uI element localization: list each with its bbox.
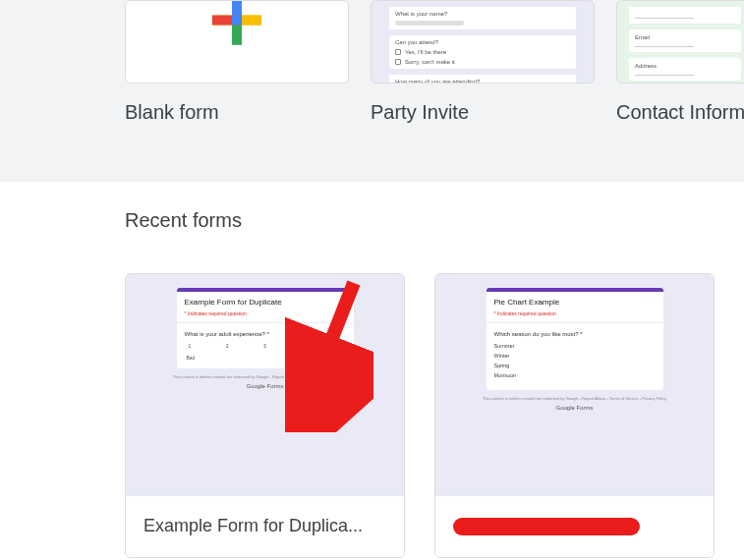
- recent-section: Recent forms Example Form for Duplicate …: [0, 182, 744, 558]
- template-card-party[interactable]: What is your name? Can you attend? Yes, …: [371, 0, 595, 124]
- svg-rect-3: [232, 0, 242, 15]
- recent-form-card[interactable]: Pie Chart Example * Indicates required q…: [434, 273, 715, 558]
- templates-section: Blank form What is your name? Can you at…: [0, 0, 744, 182]
- template-card-contact[interactable]: Email Address Contact Information: [616, 0, 744, 124]
- recent-row: Example Form for Duplicate * Indicates r…: [125, 273, 744, 558]
- preview-option: Summer: [494, 343, 656, 349]
- preview-text: How many of you are attending?: [395, 79, 570, 84]
- preview-question: Which season do you like most? *: [494, 331, 656, 337]
- preview-required: * Indicates required question: [494, 310, 656, 316]
- template-label: Party Invite: [371, 101, 595, 124]
- recent-form-card[interactable]: Example Form for Duplicate * Indicates r…: [125, 273, 405, 558]
- scale-num: 2: [226, 343, 229, 349]
- preview-footer: This content is neither created nor endo…: [483, 396, 666, 401]
- recent-thumb: Pie Chart Example * Indicates required q…: [435, 274, 714, 496]
- recent-form-title: Example Form for Duplica...: [126, 496, 404, 556]
- preview-brand: Google Forms: [555, 405, 593, 411]
- preview-text: Yes, I'll be there: [405, 49, 446, 55]
- preview-option: Winter: [494, 353, 656, 359]
- recent-forms-heading: Recent forms: [125, 209, 744, 232]
- svg-rect-6: [232, 25, 242, 44]
- template-thumb-blank: [125, 0, 349, 84]
- scale-num: 3: [263, 343, 266, 349]
- preview-footer: This content is neither created nor endo…: [173, 374, 357, 379]
- preview-option: Monsoon: [494, 372, 656, 378]
- scale-right: Excellent: [323, 355, 343, 361]
- preview-form-title: Pie Chart Example: [494, 298, 656, 307]
- recent-thumb: Example Form for Duplicate * Indicates r…: [126, 274, 404, 496]
- scale-num: 5: [339, 343, 342, 349]
- preview-text: Sorry, can't make it: [405, 59, 455, 65]
- templates-row: Blank form What is your name? Can you at…: [0, 0, 744, 124]
- template-thumb-party: What is your name? Can you attend? Yes, …: [371, 0, 595, 84]
- preview-text: Address: [635, 63, 735, 69]
- template-label: Contact Information: [616, 101, 744, 124]
- redaction-mark-icon: [453, 518, 640, 535]
- template-thumb-contact: Email Address: [616, 0, 744, 84]
- recent-form-title-redacted: [435, 496, 714, 557]
- preview-question: What is your adult experience? *: [185, 331, 346, 337]
- svg-rect-7: [232, 15, 242, 25]
- preview-option: Spring: [494, 363, 656, 368]
- template-card-blank[interactable]: Blank form: [125, 0, 349, 124]
- preview-text: Email: [635, 34, 735, 40]
- preview-required: * Indicates required question: [185, 310, 346, 316]
- svg-rect-5: [242, 15, 261, 25]
- preview-text: Can you attend?: [395, 39, 570, 45]
- preview-form-title: Example Form for Duplicate: [185, 298, 346, 307]
- scale-left: Bad: [187, 355, 196, 361]
- plus-icon: [207, 0, 266, 53]
- svg-rect-4: [212, 15, 232, 25]
- preview-text: What is your name?: [395, 11, 570, 17]
- preview-brand: Google Forms: [246, 383, 283, 389]
- template-label: Blank form: [125, 101, 349, 124]
- scale-num: 4: [301, 343, 304, 349]
- scale-num: 1: [189, 343, 192, 349]
